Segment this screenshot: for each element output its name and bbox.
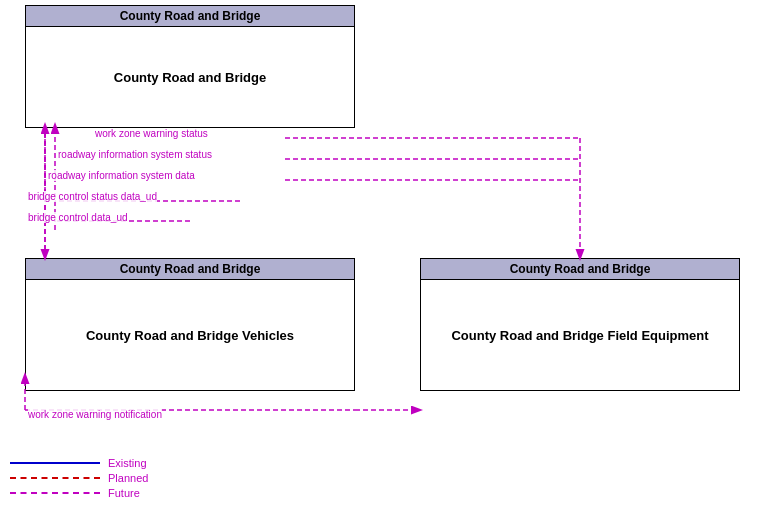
node-bottom-left-body: County Road and Bridge Vehicles	[26, 280, 354, 390]
label-work-zone-notification: work zone warning notification	[28, 409, 162, 420]
legend: Existing Planned Future	[10, 457, 148, 502]
node-bottom-right-body: County Road and Bridge Field Equipment	[421, 280, 739, 390]
node-bottom-right-header: County Road and Bridge	[421, 259, 739, 280]
legend-label-future: Future	[108, 487, 140, 499]
label-bridge-control-status: bridge control status data_ud	[28, 191, 157, 202]
diagram-container: County Road and Bridge County Road and B…	[0, 0, 764, 512]
legend-label-existing: Existing	[108, 457, 147, 469]
legend-line-existing	[10, 462, 100, 464]
node-bottom-right: County Road and Bridge County Road and B…	[420, 258, 740, 391]
legend-line-future	[10, 492, 100, 494]
legend-item-existing: Existing	[10, 457, 148, 469]
label-roadway-info-data: roadway information system data	[48, 170, 195, 181]
label-roadway-info-status: roadway information system status	[58, 149, 212, 160]
node-bottom-left: County Road and Bridge County Road and B…	[25, 258, 355, 391]
node-top-body: County Road and Bridge	[26, 27, 354, 127]
legend-label-planned: Planned	[108, 472, 148, 484]
label-bridge-control-data: bridge control data_ud	[28, 212, 128, 223]
label-work-zone-warning-status: work zone warning status	[95, 128, 208, 139]
legend-item-planned: Planned	[10, 472, 148, 484]
legend-line-planned	[10, 477, 100, 479]
node-bottom-left-header: County Road and Bridge	[26, 259, 354, 280]
node-top-header: County Road and Bridge	[26, 6, 354, 27]
legend-item-future: Future	[10, 487, 148, 499]
node-top: County Road and Bridge County Road and B…	[25, 5, 355, 128]
